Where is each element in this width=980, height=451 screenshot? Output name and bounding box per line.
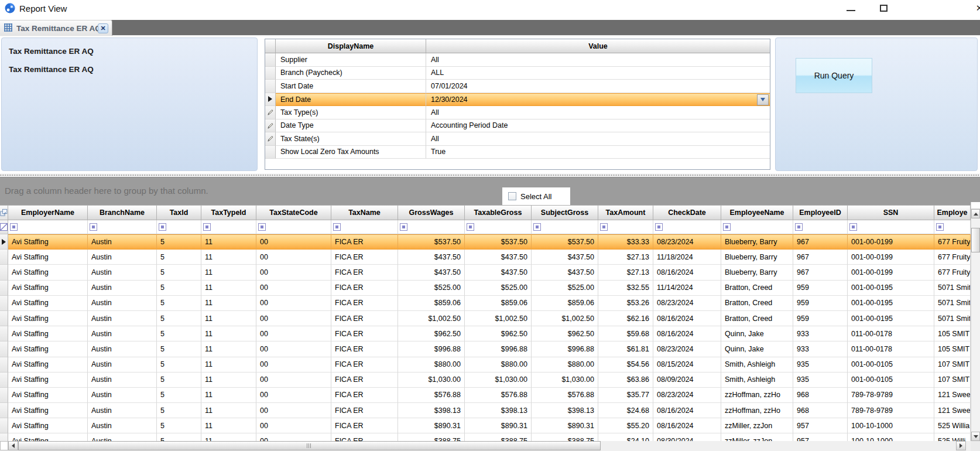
- grid-cell[interactable]: Bratton, Creed: [721, 296, 793, 311]
- grid-cell[interactable]: $962.50: [465, 326, 532, 341]
- grid-cell[interactable]: 11: [201, 234, 256, 250]
- grid-cell[interactable]: 08/23/2024: [653, 388, 721, 403]
- grid-cell[interactable]: 08/23/2024: [653, 341, 721, 357]
- grid-cell[interactable]: 00: [256, 433, 331, 441]
- customize-columns-button[interactable]: [0, 205, 8, 220]
- column-header[interactable]: EmployeeName: [721, 205, 793, 220]
- scroll-right-button[interactable]: [956, 441, 966, 450]
- grid-cell[interactable]: Avi Staffing: [8, 250, 88, 265]
- grid-cell[interactable]: 11/18/2024: [653, 250, 721, 265]
- grid-cell[interactable]: $53.26: [598, 296, 653, 311]
- report-item[interactable]: Tax Remittance ER AQ: [8, 63, 251, 76]
- filter-cell[interactable]: [793, 220, 848, 234]
- table-row[interactable]: Avi StaffingAustin51100FICA ER$388.75$38…: [0, 433, 971, 441]
- grid-cell[interactable]: $388.75: [465, 433, 532, 441]
- grid-cell[interactable]: Austin: [88, 326, 157, 341]
- grid-cell[interactable]: 967: [793, 250, 848, 265]
- grid-cell[interactable]: 677 Fruity: [934, 250, 971, 265]
- grid-cell[interactable]: $398.13: [532, 403, 598, 418]
- grid-cell[interactable]: 105 SMIT: [934, 341, 971, 357]
- grid-cell[interactable]: 00: [256, 296, 331, 311]
- param-value[interactable]: All: [426, 106, 770, 119]
- grid-cell[interactable]: Bratton, Creed: [721, 311, 793, 326]
- grid-cell[interactable]: 5: [157, 373, 201, 388]
- grid-cell[interactable]: 5: [157, 357, 201, 373]
- grid-cell[interactable]: 967: [793, 234, 848, 250]
- grid-cell[interactable]: Avi Staffing: [8, 357, 88, 373]
- grid-cell[interactable]: $54.56: [598, 357, 653, 373]
- filter-square-icon[interactable]: [258, 223, 266, 231]
- grid-cell[interactable]: 00: [256, 418, 331, 433]
- grid-cell[interactable]: 789-78-9789: [848, 403, 934, 418]
- table-row[interactable]: Avi StaffingAustin51100FICA ER$398.13$39…: [0, 403, 971, 418]
- grid-cell[interactable]: $27.13: [598, 265, 653, 280]
- grid-cell[interactable]: FICA ER: [331, 234, 398, 250]
- scroll-down-button[interactable]: [971, 432, 980, 441]
- grid-cell[interactable]: FICA ER: [331, 311, 398, 326]
- grid-cell[interactable]: 5: [157, 403, 201, 418]
- filter-square-icon[interactable]: [400, 223, 407, 231]
- param-dropdown-button[interactable]: [757, 94, 769, 105]
- grid-cell[interactable]: $890.31: [465, 418, 532, 433]
- grid-cell[interactable]: $437.50: [398, 265, 465, 280]
- filter-cell[interactable]: [721, 220, 793, 234]
- grid-cell[interactable]: $398.13: [398, 403, 465, 418]
- parameter-row[interactable]: Tax State(s)All: [265, 132, 770, 146]
- grid-cell[interactable]: $962.50: [532, 326, 598, 341]
- grid-cell[interactable]: $537.50: [532, 234, 598, 250]
- grid-cell[interactable]: Smith, Ashleigh: [721, 373, 793, 388]
- grid-cell[interactable]: $1,030.00: [398, 373, 465, 388]
- grid-cell[interactable]: 00: [256, 234, 331, 250]
- grid-cell[interactable]: Austin: [88, 403, 157, 418]
- grid-cell[interactable]: FICA ER: [331, 357, 398, 373]
- filter-cell[interactable]: [598, 220, 653, 234]
- column-header[interactable]: CheckDate: [653, 205, 721, 220]
- grid-cell[interactable]: Austin: [88, 265, 157, 280]
- vertical-scrollbar[interactable]: [971, 202, 980, 441]
- grid-cell[interactable]: FICA ER: [331, 341, 398, 357]
- grid-cell[interactable]: FICA ER: [331, 296, 398, 311]
- param-value[interactable]: All: [426, 53, 770, 67]
- grid-cell[interactable]: 00: [256, 388, 331, 403]
- grid-cell[interactable]: 11: [201, 281, 256, 296]
- filter-square-icon[interactable]: [795, 223, 803, 231]
- filter-square-icon[interactable]: [936, 223, 944, 231]
- filter-cell[interactable]: [532, 220, 598, 234]
- param-value[interactable]: 12/30/2024: [426, 93, 770, 107]
- column-header[interactable]: TaxTypeId: [201, 205, 256, 220]
- parameter-row[interactable]: Tax Type(s)All: [265, 106, 770, 119]
- grid-cell[interactable]: Avi Staffing: [8, 281, 88, 296]
- filter-square-icon[interactable]: [849, 223, 857, 231]
- grid-cell[interactable]: 5: [157, 326, 201, 341]
- grid-cell[interactable]: Avi Staffing: [8, 418, 88, 433]
- grid-cell[interactable]: $24.10: [598, 433, 653, 441]
- grid-cell[interactable]: $1,030.00: [532, 373, 598, 388]
- grid-cell[interactable]: 11: [201, 341, 256, 357]
- grid-cell[interactable]: 957: [793, 433, 848, 441]
- filter-cell[interactable]: [398, 220, 465, 234]
- filter-square-icon[interactable]: [90, 223, 97, 231]
- grid-cell[interactable]: 00: [256, 326, 331, 341]
- grid-cell[interactable]: $890.31: [532, 418, 598, 433]
- grid-cell[interactable]: 001-00-0199: [848, 265, 934, 280]
- grid-cell[interactable]: FICA ER: [331, 388, 398, 403]
- grid-cell[interactable]: $576.88: [465, 388, 532, 403]
- grid-cell[interactable]: 08/23/2024: [653, 234, 721, 250]
- grid-cell[interactable]: Quinn, Jake: [721, 341, 793, 357]
- grid-cell[interactable]: 001-00-0199: [848, 234, 934, 250]
- grid-cell[interactable]: 11: [201, 373, 256, 388]
- param-name[interactable]: Show Local Zero Tax Amounts: [276, 146, 426, 159]
- grid-cell[interactable]: 11: [201, 265, 256, 280]
- select-all-checkbox[interactable]: [508, 192, 516, 200]
- grid-cell[interactable]: FICA ER: [331, 433, 398, 441]
- filter-cell[interactable]: [256, 220, 331, 234]
- grid-cell[interactable]: 08/16/2024: [653, 418, 721, 433]
- grid-cell[interactable]: $59.68: [598, 326, 653, 341]
- grid-cell[interactable]: 5: [157, 341, 201, 357]
- grid-cell[interactable]: $996.88: [398, 341, 465, 357]
- grid-cell[interactable]: Avi Staffing: [8, 326, 88, 341]
- grid-cell[interactable]: 00: [256, 403, 331, 418]
- grid-cell[interactable]: 5: [157, 433, 201, 441]
- grid-cell[interactable]: $1,002.50: [532, 311, 598, 326]
- grid-cell[interactable]: 11: [201, 388, 256, 403]
